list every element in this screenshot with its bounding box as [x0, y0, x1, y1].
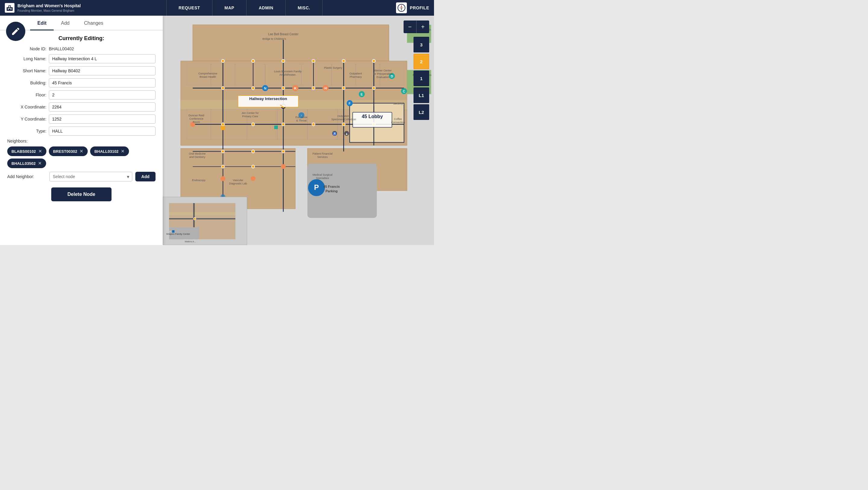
zoom-out-button[interactable]: − — [404, 21, 416, 33]
main-layout: Edit Add Changes Currently Editing: Node… — [0, 16, 434, 245]
hospital-icon — [6, 4, 13, 11]
header: Brigham and Women's Hospital Founding Me… — [0, 0, 434, 16]
neighbor-chip-0[interactable]: BLABS00102 ✕ — [7, 147, 46, 156]
type-label: Type: — [7, 129, 46, 133]
floor-input[interactable] — [49, 90, 156, 99]
neighbor-chip-remove-0[interactable]: ✕ — [38, 149, 42, 154]
svg-rect-141 — [172, 230, 175, 233]
y-coord-input[interactable] — [49, 115, 156, 124]
svg-text:C: C — [403, 90, 405, 93]
logo-text: Brigham and Women's Hospital Founding Me… — [18, 3, 81, 12]
tab-changes[interactable]: Changes — [77, 16, 111, 30]
svg-point-47 — [252, 123, 255, 126]
add-neighbor-button[interactable]: Add — [135, 172, 156, 181]
svg-text:Outpatient: Outpatient — [337, 115, 350, 118]
select-node-dropdown[interactable]: Select node — [50, 172, 132, 181]
svg-point-58 — [221, 150, 224, 153]
x-coord-input[interactable] — [49, 102, 156, 112]
floor-btn-l1[interactable]: L1 — [413, 87, 429, 103]
profile-area[interactable]: PROFILE — [396, 2, 429, 13]
svg-text:Lee Bell Breast Center: Lee Bell Breast Center — [268, 33, 299, 36]
edit-fab[interactable] — [6, 22, 25, 41]
long-name-label: Long Name: — [7, 56, 46, 61]
select-node-wrapper: Select node ▾ — [50, 172, 132, 181]
short-name-input[interactable] — [49, 66, 156, 75]
floor-btn-3[interactable]: 3 — [413, 37, 429, 53]
neighbor-chip-1[interactable]: BREST00302 ✕ — [49, 147, 88, 156]
mini-map[interactable]: Shapiro Family Center P Watkins A... — [163, 197, 247, 245]
svg-point-45 — [372, 87, 375, 90]
svg-point-55 — [312, 59, 315, 62]
building-input[interactable] — [49, 78, 156, 87]
svg-text:Coffee: Coffee — [394, 118, 402, 121]
map-container: P THE PIKE — [163, 16, 434, 245]
building-label: Building: — [7, 81, 46, 85]
y-coord-row: Y Coordinate: — [7, 115, 156, 124]
logo: Brigham and Women's Hospital Founding Me… — [5, 3, 81, 13]
svg-rect-137 — [169, 218, 236, 219]
floor-btn-2[interactable]: 2 — [413, 54, 429, 69]
svg-text:Parking: Parking — [326, 189, 338, 193]
floor-btn-1[interactable]: 1 — [413, 70, 429, 86]
zoom-in-button[interactable]: + — [416, 21, 429, 33]
svg-text:& Throat: & Throat — [296, 119, 307, 122]
svg-text:Comprehensive: Comprehensive — [198, 72, 217, 75]
svg-text:N: N — [264, 87, 267, 90]
svg-point-46 — [221, 123, 224, 126]
nav-misc[interactable]: MISC. — [286, 0, 322, 16]
nav-map[interactable]: MAP — [213, 0, 247, 16]
map-area[interactable]: P THE PIKE — [163, 16, 434, 245]
svg-text:Louis Bornstein Family: Louis Bornstein Family — [274, 70, 302, 73]
svg-text:Bridge to Children's: Bridge to Children's — [262, 37, 286, 40]
svg-text:Pharmacy: Pharmacy — [350, 75, 362, 78]
short-name-label: Short Name: — [7, 68, 46, 73]
neighbors-label: Neighbors: — [7, 139, 156, 144]
logo-icon — [5, 3, 14, 13]
node-id-label: Node ID: — [7, 47, 46, 51]
mini-map-svg: Shapiro Family Center P Watkins A... — [163, 197, 247, 245]
tab-edit[interactable]: Edit — [30, 16, 54, 30]
svg-point-85 — [221, 176, 225, 181]
svg-text:Evaluation: Evaluation — [376, 75, 389, 79]
svg-point-53 — [252, 59, 255, 62]
neighbor-chip-remove-2[interactable]: ✕ — [121, 149, 125, 154]
svg-point-87 — [281, 164, 286, 169]
add-neighbor-row: Add Neighbor: Select node ▾ Add — [7, 172, 156, 181]
neighbor-chip-2[interactable]: BHALL03102 ✕ — [90, 147, 129, 156]
neighbor-chip-remove-3[interactable]: ✕ — [38, 161, 42, 166]
svg-point-56 — [342, 59, 345, 62]
nav-request[interactable]: REQUEST — [166, 0, 213, 16]
nav-admin[interactable]: ADMIN — [247, 0, 285, 16]
svg-text:E: E — [361, 93, 363, 96]
svg-text:P: P — [170, 231, 171, 233]
svg-text:Jen Center for: Jen Center for — [241, 112, 258, 115]
svg-text:▲: ▲ — [345, 132, 348, 135]
svg-text:Connection: Connection — [391, 121, 405, 124]
svg-text:Amphitheater.: Amphitheater. — [279, 73, 296, 76]
tab-add[interactable]: Add — [54, 16, 76, 30]
svg-rect-4 — [10, 8, 11, 10]
svg-text:Hallway Intersection: Hallway Intersection — [249, 96, 287, 101]
neighbor-chip-3[interactable]: BHALL03502 ✕ — [7, 158, 46, 168]
svg-text:and Dentistry: and Dentistry — [189, 155, 206, 158]
floor-label: Floor: — [7, 93, 46, 97]
zoom-controls: − + — [404, 21, 429, 33]
svg-text:Breast Health: Breast Health — [199, 75, 216, 78]
svg-rect-135 — [169, 212, 236, 215]
svg-point-57 — [372, 59, 375, 62]
svg-rect-90 — [274, 125, 278, 129]
type-input[interactable] — [49, 127, 156, 135]
delete-node-button[interactable]: Delete Node — [51, 187, 112, 201]
neighbor-chip-remove-1[interactable]: ✕ — [80, 149, 84, 154]
svg-text:Primary Care: Primary Care — [242, 115, 258, 118]
left-panel: Edit Add Changes Currently Editing: Node… — [0, 16, 163, 245]
svg-text:K: K — [294, 87, 297, 90]
svg-text:45 Francis: 45 Francis — [323, 185, 340, 188]
floor-buttons: 3 2 1 L1 L2 — [413, 37, 429, 120]
svg-point-59 — [252, 150, 255, 153]
floor-btn-l2[interactable]: L2 — [413, 104, 429, 120]
svg-text:Duncan Reid: Duncan Reid — [189, 114, 204, 117]
long-name-input[interactable] — [49, 54, 156, 63]
svg-point-138 — [193, 218, 196, 220]
svg-text:♿: ♿ — [333, 132, 337, 135]
